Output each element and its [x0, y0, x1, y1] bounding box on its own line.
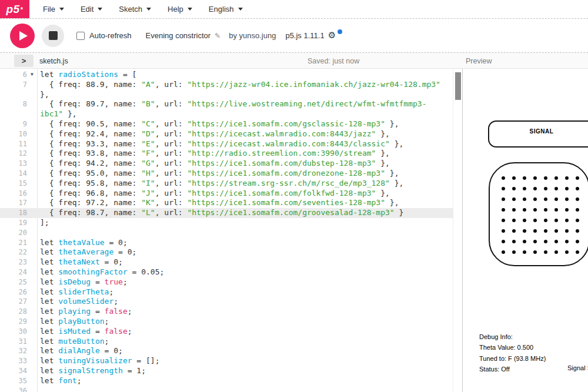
auto-refresh-checkbox[interactable]: [76, 32, 85, 40]
code-line-text[interactable]: let isDebug = true;: [37, 277, 462, 287]
code-line-text[interactable]: let font;: [37, 376, 462, 386]
code-row[interactable]: 9 { freq: 90.5, name: "C", url: "https:/…: [0, 119, 462, 129]
code-line-text[interactable]: { freq: 93.8, name: "F", url: "http://ra…: [37, 149, 462, 159]
gear-icon[interactable]: ⚙: [328, 31, 336, 40]
code-row[interactable]: 35let font;: [0, 376, 462, 386]
code-row[interactable]: ibc1" },: [0, 109, 462, 119]
edit-pencil-icon[interactable]: ✎: [215, 32, 220, 40]
code-token: isMuted: [58, 327, 91, 336]
code-line-text[interactable]: let muteButton;: [37, 337, 462, 347]
code-token: { freq: 96.8, name:: [40, 189, 141, 197]
code-line-text[interactable]: },: [37, 90, 462, 100]
code-row[interactable]: 34let signalStrength = 1;: [0, 366, 462, 376]
menu-help[interactable]: Help: [159, 5, 201, 14]
code-row[interactable]: 16 { freq: 96.8, name: "J", url: "https:…: [0, 189, 462, 199]
code-line-text[interactable]: let tuningVisualizer = [];: [37, 356, 462, 366]
tab-sketch-js[interactable]: sketch.js: [39, 57, 68, 65]
code-row[interactable]: 25let isDebug = true;: [0, 277, 462, 287]
code-line-text[interactable]: let signalStrength = 1;: [37, 366, 462, 376]
code-row[interactable]: 8 { freq: 89.7, name: "B", url: "https:/…: [0, 99, 462, 109]
grille-dot: [544, 229, 547, 233]
author-byline[interactable]: by yunso.jung: [229, 31, 276, 40]
code-line-text[interactable]: { freq: 96.8, name: "J", url: "https://i…: [37, 189, 462, 199]
code-line-text[interactable]: { freq: 95.0, name: "H", url: "https://i…: [37, 169, 462, 179]
code-line-text[interactable]: let playButton;: [37, 317, 462, 327]
code-token: "https://ice1.somafm.com/dubstep-128-mp3…: [187, 159, 376, 167]
menu-edit[interactable]: Edit: [72, 5, 111, 14]
grille-dot: [512, 219, 516, 222]
code-line-text[interactable]: let thetaValue = 0;: [37, 238, 462, 248]
code-row[interactable]: 33let tuningVisualizer = [];: [0, 356, 462, 366]
code-line-text[interactable]: { freq: 98.7, name: "L", url: "https://i…: [37, 208, 462, 218]
code-line-text[interactable]: let playing = false;: [37, 307, 462, 317]
code-row[interactable]: 20: [0, 228, 462, 238]
code-row[interactable]: 31let muteButton;: [0, 337, 462, 347]
code-row[interactable]: 22let thetaAverage = 0;: [0, 247, 462, 257]
project-title[interactable]: Evening constrictor: [146, 31, 211, 40]
code-row[interactable]: 23let thetaNext = 0;: [0, 257, 462, 267]
code-line-text[interactable]: { freq: 97.2, name: "K", url: "https://i…: [37, 198, 462, 208]
code-area[interactable]: 6▼let radioStations = [7 { freq: 88.9, n…: [0, 69, 462, 392]
code-line-text[interactable]: let sliderTheta;: [37, 287, 462, 297]
code-row[interactable]: 19];: [0, 218, 462, 228]
editor-scrollbar-thumb[interactable]: [455, 72, 461, 100]
editor-scrollbar-track[interactable]: [453, 69, 462, 392]
saved-status: Saved: just now: [308, 57, 359, 65]
code-line-text[interactable]: [37, 386, 462, 392]
code-row[interactable]: 36: [0, 386, 462, 392]
code-row[interactable]: 11 { freq: 93.3, name: "E", url: "https:…: [0, 139, 462, 149]
code-line-text[interactable]: { freq: 92.4, name: "D", url: "https://i…: [37, 129, 462, 139]
menu-file[interactable]: File: [35, 5, 72, 14]
code-row[interactable]: 15 { freq: 95.8, name: "I", url: "https:…: [0, 179, 462, 189]
code-line-text[interactable]: [37, 228, 462, 238]
sidebar-expand-button[interactable]: >: [14, 55, 34, 67]
code-line-text[interactable]: let thetaAverage = 0;: [37, 247, 462, 257]
code-row[interactable]: 7 { freq: 88.9, name: "A", url: "https:/…: [0, 80, 462, 90]
code-row[interactable]: 29let playButton;: [0, 317, 462, 327]
code-token: = 0;: [113, 247, 136, 256]
code-line-text[interactable]: ibc1" },: [37, 109, 462, 119]
code-line-text[interactable]: let radioStations = [: [37, 70, 462, 80]
code-row[interactable]: 28let playing = false;: [0, 307, 462, 317]
code-line-text[interactable]: let volumeSlider;: [37, 297, 462, 307]
code-line-text[interactable]: { freq: 88.9, name: "A", url: "https://j…: [37, 80, 462, 90]
code-line-text[interactable]: ];: [37, 218, 462, 228]
play-button[interactable]: [10, 24, 35, 48]
code-row[interactable]: 13 { freq: 94.2, name: "G", url: "https:…: [0, 159, 462, 169]
code-row[interactable]: 30let isMuted = false;: [0, 327, 462, 337]
fold-gutter: [27, 228, 37, 238]
code-row[interactable]: 14 { freq: 95.0, name: "H", url: "https:…: [0, 169, 462, 179]
code-line-text[interactable]: { freq: 89.7, name: "B", url: "https://l…: [37, 99, 462, 109]
code-token: "https://ice1.somafm.com/seventies-128-m…: [187, 198, 385, 207]
code-line-text[interactable]: { freq: 90.5, name: "C", url: "https://i…: [37, 119, 462, 129]
code-line-text[interactable]: { freq: 94.2, name: "G", url: "https://i…: [37, 159, 462, 169]
code-row[interactable]: 10 { freq: 92.4, name: "D", url: "https:…: [0, 129, 462, 139]
stop-button[interactable]: [42, 25, 64, 47]
code-row-active[interactable]: 18 { freq: 98.7, name: "L", url: "https:…: [0, 208, 462, 218]
code-row[interactable]: 21let thetaValue = 0;: [0, 238, 462, 248]
grille-dot: [554, 240, 558, 243]
code-row[interactable]: 12 { freq: 93.8, name: "F", url: "http:/…: [0, 149, 462, 159]
menu-language[interactable]: English: [201, 5, 251, 14]
code-line-text[interactable]: { freq: 95.8, name: "I", url: "https://s…: [37, 179, 462, 189]
code-line-text[interactable]: let thetaNext = 0;: [37, 257, 462, 267]
p5-logo[interactable]: p5*: [0, 0, 29, 18]
menu-sketch[interactable]: Sketch: [111, 5, 159, 14]
code-row[interactable]: 17 { freq: 97.2, name: "K", url: "https:…: [0, 198, 462, 208]
fold-gutter: [27, 139, 37, 149]
code-token: radioStations: [58, 70, 118, 79]
code-token: },: [376, 149, 389, 158]
code-line-text[interactable]: { freq: 93.3, name: "E", url: "https://i…: [37, 139, 462, 149]
code-line-text[interactable]: let smoothingFactor = 0.05;: [37, 267, 462, 277]
code-row[interactable]: 6▼let radioStations = [: [0, 70, 462, 80]
grille-dot: [565, 197, 569, 201]
fold-arrow-icon[interactable]: ▼: [27, 70, 37, 80]
code-editor[interactable]: 6▼let radioStations = [7 { freq: 88.9, n…: [0, 69, 462, 392]
code-line-text[interactable]: let isMuted = false;: [37, 327, 462, 337]
code-row[interactable]: 27let volumeSlider;: [0, 297, 462, 307]
code-row[interactable]: 32let dialAngle = 0;: [0, 346, 462, 356]
code-row[interactable]: },: [0, 90, 462, 100]
code-row[interactable]: 26let sliderTheta;: [0, 287, 462, 297]
code-line-text[interactable]: let dialAngle = 0;: [37, 346, 462, 356]
code-row[interactable]: 24let smoothingFactor = 0.05;: [0, 267, 462, 277]
